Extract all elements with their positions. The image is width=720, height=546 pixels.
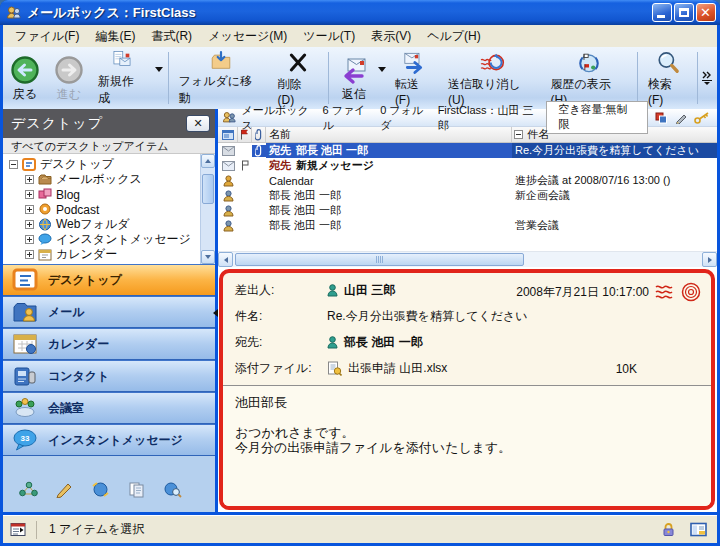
window-status-icon[interactable] bbox=[10, 522, 26, 537]
column-name-header[interactable]: 名前 bbox=[266, 127, 512, 142]
desktop-panel-header: デスクトップ ✕ bbox=[3, 109, 215, 138]
overflow-chevron-icon bbox=[701, 71, 713, 85]
tree-item-instant-message[interactable]: インスタントメッセージ bbox=[3, 232, 215, 247]
layers-icon[interactable] bbox=[655, 112, 668, 124]
expand-box-icon[interactable] bbox=[25, 203, 34, 217]
nav-conference[interactable]: 会議室 bbox=[3, 392, 215, 424]
im-icon: 33 bbox=[12, 428, 38, 452]
mail-icon bbox=[12, 300, 38, 324]
menu-view[interactable]: 表示(V) bbox=[363, 26, 419, 47]
column-view-header[interactable] bbox=[218, 127, 238, 142]
new-message-button[interactable]: 新規作成 bbox=[91, 47, 153, 109]
pane-collapse-icon[interactable] bbox=[213, 309, 218, 317]
nav-contacts[interactable]: コンタクト bbox=[3, 360, 215, 392]
tree-item-podcast[interactable]: Podcast bbox=[3, 202, 215, 217]
forward-button[interactable]: 進む bbox=[47, 47, 91, 109]
column-flag-header[interactable] bbox=[238, 127, 252, 142]
list-horizontal-scrollbar[interactable] bbox=[218, 251, 717, 267]
nav-label: コンタクト bbox=[48, 368, 109, 385]
message-row[interactable]: 宛先新規メッセージ bbox=[218, 158, 717, 173]
menu-edit[interactable]: 編集(E) bbox=[87, 26, 143, 47]
collapse-box-icon[interactable] bbox=[514, 130, 523, 139]
subject-label: 件名: bbox=[235, 308, 327, 325]
forward-message-button[interactable]: 転送(F) bbox=[388, 47, 441, 109]
maximize-icon bbox=[679, 8, 689, 17]
attachment-name[interactable]: 出張申請 山田.xlsx bbox=[348, 360, 447, 377]
message-row[interactable]: Calendar 進捗会議 at 2008/07/16 13:00 () bbox=[218, 173, 717, 188]
delete-button[interactable]: 削除(D) bbox=[270, 47, 324, 109]
message-row[interactable]: 部長 池田 一郎 bbox=[218, 203, 717, 218]
name-header-label: 名前 bbox=[269, 127, 291, 142]
unsend-button[interactable]: 送信取り消し(U) bbox=[441, 47, 544, 109]
tree-item-desktop[interactable]: デスクトップ bbox=[3, 157, 215, 172]
person-icon bbox=[223, 205, 234, 217]
forward-icon bbox=[54, 55, 84, 85]
maximize-button[interactable] bbox=[674, 3, 694, 22]
column-attachment-header[interactable] bbox=[252, 127, 266, 142]
scroll-thumb[interactable] bbox=[202, 174, 214, 204]
podcast-icon bbox=[38, 203, 52, 216]
nav-mail[interactable]: メール bbox=[3, 296, 215, 328]
menu-tools[interactable]: ツール(T) bbox=[295, 26, 363, 47]
menu-format[interactable]: 書式(R) bbox=[143, 26, 200, 47]
scroll-up-button[interactable] bbox=[201, 154, 215, 168]
flag-icon bbox=[240, 129, 249, 140]
expand-box-icon[interactable] bbox=[25, 233, 34, 247]
tree-scrollbar[interactable] bbox=[200, 154, 215, 264]
toolbar-overflow-button[interactable] bbox=[701, 71, 713, 85]
menu-file[interactable]: ファイル(F) bbox=[7, 26, 87, 47]
key-pencil-icon[interactable] bbox=[694, 112, 710, 124]
expand-box-icon[interactable] bbox=[25, 188, 34, 202]
nav-desktop[interactable]: デスクトップ bbox=[3, 264, 215, 296]
pencil-icon[interactable] bbox=[675, 112, 687, 124]
expand-box-icon[interactable] bbox=[25, 263, 34, 265]
panel-close-button[interactable]: ✕ bbox=[186, 115, 210, 132]
expand-box-icon[interactable] bbox=[25, 173, 34, 187]
expand-box-icon[interactable] bbox=[25, 248, 34, 262]
scroll-left-button[interactable] bbox=[218, 252, 233, 267]
delete-icon bbox=[283, 50, 313, 75]
history-button[interactable]: 履歴の表示(H) bbox=[544, 47, 634, 109]
minimize-button[interactable] bbox=[652, 3, 672, 22]
close-button[interactable]: ✕ bbox=[696, 3, 716, 22]
tree-item-blog[interactable]: Blog bbox=[3, 187, 215, 202]
search-button[interactable]: 検索(F) bbox=[641, 47, 694, 109]
tree-item-webfolder[interactable]: Webフォルダ bbox=[3, 217, 215, 232]
reply-button[interactable]: 返信 bbox=[332, 47, 376, 109]
globe-sync-icon[interactable] bbox=[91, 481, 110, 498]
arrow-left-icon bbox=[224, 257, 228, 263]
message-row[interactable]: 部長 池田 一郎 新企画会議 bbox=[218, 188, 717, 203]
pen-signature-icon[interactable] bbox=[55, 481, 74, 498]
reply-dropdown[interactable] bbox=[378, 66, 386, 90]
message-body: 池田部長 おつかれさまです。 今月分の出張申請ファイルを添付いたします。 bbox=[223, 385, 711, 506]
search-icon bbox=[653, 50, 683, 75]
nav-instant-message[interactable]: 33 インスタントメッセージ bbox=[3, 424, 215, 456]
expand-box-icon[interactable] bbox=[25, 218, 34, 232]
scroll-right-button[interactable] bbox=[702, 252, 717, 267]
menu-message[interactable]: メッセージ(M) bbox=[200, 26, 295, 47]
contacts-icon bbox=[12, 364, 38, 388]
layout-icon[interactable] bbox=[690, 522, 707, 537]
message-row[interactable]: 宛先部長 池田 一郎 Re.今月分出張費を精算してください bbox=[218, 143, 717, 158]
globe-search-icon[interactable] bbox=[163, 481, 182, 498]
collapse-box-icon[interactable] bbox=[9, 158, 18, 172]
people-network-icon[interactable] bbox=[19, 481, 38, 498]
scroll-thumb[interactable] bbox=[235, 253, 524, 266]
trash-icon bbox=[38, 263, 52, 264]
scroll-down-button[interactable] bbox=[201, 250, 215, 264]
documents-icon[interactable] bbox=[127, 481, 146, 498]
calendar-icon bbox=[12, 332, 38, 356]
nav-calendar[interactable]: カレンダー bbox=[3, 328, 215, 360]
back-button[interactable]: 戻る bbox=[3, 47, 47, 109]
message-row[interactable]: 部長 池田 一郎 営業会議 bbox=[218, 218, 717, 233]
tree-item-calendar[interactable]: カレンダー bbox=[3, 247, 215, 262]
tree-item-mailbox[interactable]: メールボックス bbox=[3, 172, 215, 187]
move-to-folder-button[interactable]: フォルダに移動 bbox=[172, 47, 271, 109]
toolbar-separator bbox=[697, 52, 698, 104]
message-preview-pane: 2008年7月21日 10:17:00 差出人: 山田 三郎 bbox=[219, 269, 715, 510]
desktop-icon bbox=[22, 158, 36, 171]
new-message-dropdown[interactable] bbox=[155, 66, 163, 90]
menu-help[interactable]: ヘルプ(H) bbox=[419, 26, 489, 47]
column-subject-header[interactable]: 件名 bbox=[512, 127, 717, 142]
im-icon bbox=[38, 233, 52, 246]
